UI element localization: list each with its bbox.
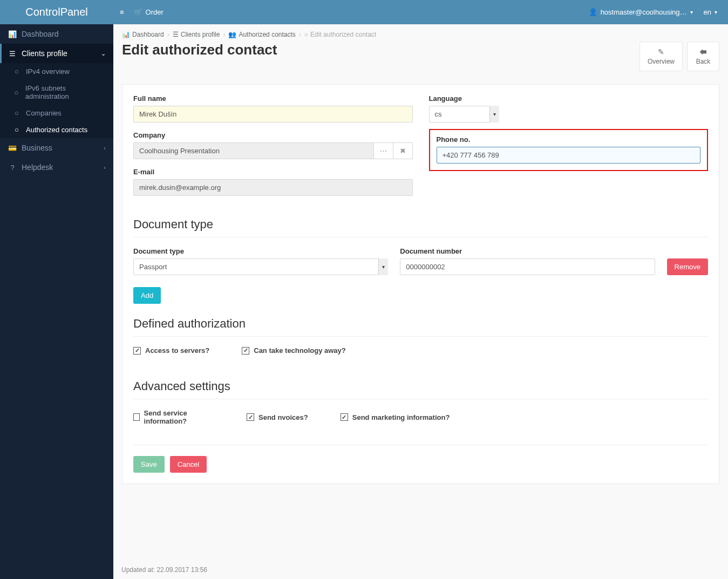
- chevron-down-icon: ⌄: [101, 50, 106, 57]
- edit-icon: ✎: [648, 47, 675, 56]
- sidebar-item-dashboard[interactable]: 📊 Dashboard: [0, 24, 113, 44]
- checkbox-icon: [341, 413, 348, 421]
- chevron-left-icon: ‹: [104, 164, 106, 171]
- company-options-button[interactable]: ⋯: [374, 142, 393, 159]
- sidebar-item-authorized-contacts[interactable]: ○ Authorized contacts: [0, 121, 113, 138]
- breadcrumb-dashboard[interactable]: 📊Dashboard: [122, 31, 164, 38]
- wallet-icon: 💳: [8, 144, 17, 152]
- sidebar-item-label: IPv4 overview: [26, 67, 70, 76]
- ellipsis-icon: ⋯: [380, 147, 387, 155]
- sidebar-item-helpdesk[interactable]: ? Helpdesk ‹: [0, 158, 113, 177]
- list-icon: ☰: [173, 31, 179, 38]
- cancel-button[interactable]: Cancel: [170, 456, 207, 473]
- users-icon: 👥: [228, 31, 236, 38]
- divider: [133, 336, 708, 337]
- document-type-heading: Document type: [133, 217, 708, 231]
- phone-input[interactable]: [437, 147, 701, 164]
- divider: [133, 445, 708, 445]
- doc-type-select[interactable]: [133, 258, 388, 275]
- question-icon: ?: [8, 164, 17, 172]
- sidebar-item-clients-profile[interactable]: ☰ Clients profile ⌄: [0, 44, 113, 63]
- order-label: Order: [146, 8, 164, 16]
- edit-form-panel: Full name Company ⋯ ✖ E-mail: [122, 84, 719, 484]
- page-content: 📊Dashboard › ☰Clients profile › 👥Authori…: [113, 24, 728, 579]
- email-label: E-mail: [133, 168, 413, 176]
- close-circle-icon: ✖: [400, 147, 406, 155]
- take-tech-check[interactable]: Can take technology away?: [242, 346, 346, 355]
- sidebar-item-companies[interactable]: ○ Companies: [0, 105, 113, 121]
- caret-down-icon: ▾: [690, 9, 693, 15]
- dashboard-icon: 📊: [122, 31, 130, 38]
- sidebar-item-ipv6[interactable]: ○ IPv6 subnets administration: [0, 80, 113, 105]
- menu-toggle[interactable]: ≡: [120, 8, 124, 16]
- checkbox-icon: [242, 347, 249, 355]
- email-input: [133, 179, 413, 196]
- user-icon: 👤: [589, 8, 597, 16]
- caret-down-icon: ▾: [715, 9, 717, 15]
- send-marketing-check[interactable]: Send marketing information?: [341, 409, 450, 425]
- divider: [133, 399, 708, 399]
- checkbox-icon: [247, 413, 254, 421]
- breadcrumb-clients-profile[interactable]: ☰Clients profile: [173, 31, 220, 38]
- back-button[interactable]: 🡄 Back: [687, 42, 719, 71]
- full-name-input[interactable]: [133, 106, 413, 122]
- sidebar-item-label: Dashboard: [22, 30, 59, 38]
- chevron-left-icon: ‹: [104, 145, 106, 151]
- sidebar-item-label: Clients profile: [22, 49, 67, 58]
- phone-highlight: Phone no.: [429, 129, 709, 171]
- lang-menu[interactable]: en ▾: [704, 8, 717, 16]
- user-menu[interactable]: 👤 hostmaster@coolhousing… ▾: [589, 8, 693, 16]
- sidebar: 📊 Dashboard ☰ Clients profile ⌄ ○ IPv4 o…: [0, 24, 113, 579]
- breadcrumb: 📊Dashboard › ☰Clients profile › 👥Authori…: [113, 24, 728, 38]
- hamburger-icon: ≡: [120, 8, 124, 16]
- sidebar-item-ipv4[interactable]: ○ IPv4 overview: [0, 63, 113, 80]
- company-clear-button[interactable]: ✖: [393, 142, 413, 159]
- dashboard-icon: 📊: [8, 30, 17, 38]
- circle-icon: ○: [12, 109, 22, 117]
- checkbox-icon: [133, 413, 140, 421]
- circle-icon: ○: [12, 88, 21, 97]
- company-label: Company: [133, 131, 413, 139]
- authorization-heading: Defined authorization: [133, 317, 708, 331]
- doc-number-input[interactable]: [400, 258, 655, 275]
- sidebar-item-label: Business: [22, 144, 52, 152]
- sidebar-item-label: Authorized contacts: [26, 126, 87, 134]
- user-label: hostmaster@coolhousing…: [601, 8, 687, 16]
- access-servers-check[interactable]: Access to servers?: [133, 346, 209, 355]
- brand-title[interactable]: ControlPanel: [0, 6, 113, 18]
- list-icon: ☰: [8, 50, 17, 58]
- divider: [133, 237, 708, 237]
- circle-icon: ○: [304, 31, 308, 38]
- add-doc-button[interactable]: Add: [133, 287, 161, 304]
- circle-icon: ○: [12, 67, 22, 76]
- full-name-label: Full name: [133, 94, 413, 103]
- breadcrumb-current: ○Edit authorized contact: [304, 31, 376, 38]
- cart-icon: 🛒: [134, 8, 142, 16]
- sidebar-item-label: IPv6 subnets administration: [25, 84, 106, 100]
- advanced-heading: Advanced settings: [133, 379, 708, 393]
- page-title: Edit authorized contact: [122, 42, 277, 58]
- send-service-check[interactable]: Send service information?: [133, 409, 214, 425]
- phone-label: Phone no.: [437, 135, 701, 144]
- top-navbar: ControlPanel ≡ 🛒 Order 👤 hostmaster@cool…: [0, 0, 728, 24]
- back-arrow-icon: 🡄: [695, 47, 711, 56]
- sidebar-item-business[interactable]: 💳 Business ‹: [0, 138, 113, 158]
- company-input: [133, 142, 374, 159]
- checkbox-icon: [133, 347, 141, 355]
- circle-icon: ○: [12, 126, 22, 134]
- remove-doc-button[interactable]: Remove: [667, 258, 708, 275]
- save-button[interactable]: Save: [133, 456, 165, 473]
- lang-label: en: [704, 8, 711, 16]
- send-invoices-check[interactable]: Send nvoices?: [247, 409, 308, 425]
- language-label: Language: [429, 94, 709, 103]
- doc-type-label: Document type: [133, 247, 388, 255]
- sidebar-item-label: Helpdesk: [22, 163, 53, 172]
- overview-button[interactable]: ✎ Overview: [639, 42, 683, 71]
- order-link[interactable]: 🛒 Order: [134, 8, 164, 16]
- language-select[interactable]: [429, 106, 499, 122]
- updated-at-text: Updated at: 22.09.2017 13:56: [121, 566, 207, 574]
- breadcrumb-authorized[interactable]: 👥Authorized contacts: [228, 31, 295, 38]
- doc-number-label: Document number: [400, 247, 655, 255]
- sidebar-item-label: Companies: [26, 109, 62, 117]
